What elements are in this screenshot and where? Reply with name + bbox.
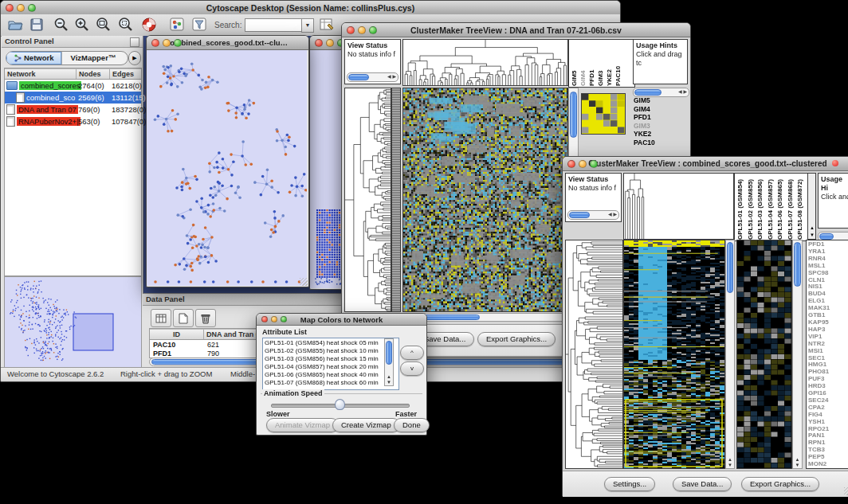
row-dendrogram[interactable] (344, 88, 391, 312)
gene-label[interactable]: GIM5 (634, 96, 686, 105)
move-up-button[interactable]: ^ (400, 346, 424, 360)
gene-label[interactable]: PAC10 (634, 139, 686, 147)
scroll-down-icon[interactable]: ▼ (385, 380, 393, 385)
close-icon[interactable] (567, 160, 575, 168)
zoom-vscrollbar[interactable]: ▲ ▼ (792, 240, 803, 469)
help-icon[interactable] (141, 17, 157, 36)
column-label[interactable]: GPL51-04 (GSM857) (766, 174, 776, 240)
minimize-icon[interactable] (163, 39, 171, 47)
birdseye-view[interactable] (4, 276, 142, 368)
attribute-list-scrollbar[interactable]: ▲ ▼ (384, 338, 394, 386)
zoom-icon[interactable] (28, 4, 36, 12)
float-panel-icon[interactable] (130, 37, 139, 47)
vizmapper-icon[interactable] (170, 18, 185, 35)
network-row[interactable]: combined_scores 2764(0) 16218(0) (5, 80, 141, 92)
view-status-scrollbar[interactable]: ◀ ▶ (347, 72, 398, 82)
column-label[interactable]: PFD1 (588, 41, 596, 86)
move-down-button[interactable]: v (400, 361, 424, 376)
scroll-down-icon[interactable]: ▼ (810, 232, 815, 237)
column-label[interactable]: YKE2 (606, 41, 614, 86)
gene-label[interactable]: MON2 (808, 461, 848, 468)
attribute-item[interactable]: GPL51-01 (GSM854) heat shock 05 min (265, 339, 397, 347)
col-edges[interactable]: Edges (110, 69, 141, 79)
column-dendrogram[interactable] (623, 173, 734, 240)
done-button[interactable]: Done (394, 418, 430, 432)
column-label[interactable]: GPL51-08 (GSM872) (795, 174, 806, 240)
attribute-item[interactable]: GPL51-07 (GSM868) heat shock 60 min (265, 379, 397, 387)
gene-label[interactable]: GIM4 (634, 105, 686, 114)
column-label[interactable]: PAC10 (614, 41, 622, 86)
zoom-heatmap[interactable] (736, 240, 792, 469)
minimize-icon[interactable] (358, 26, 366, 34)
save-icon[interactable] (29, 18, 44, 35)
network-canvas[interactable] (147, 50, 307, 286)
column-label[interactable]: GPL51-03 (GSM856) (756, 174, 766, 240)
attribute-item[interactable]: GPL51-03 (GSM856) heat shock 15 min (265, 355, 397, 363)
network-row[interactable]: DNA and Tran 07 769(0) 183728(0) (5, 104, 141, 115)
heatmap-canvas[interactable] (623, 240, 725, 469)
scroll-down-icon[interactable]: ▼ (726, 463, 734, 467)
row-labels-strip[interactable] (391, 88, 401, 312)
new-attribute-icon[interactable] (173, 309, 194, 327)
minimize-icon[interactable] (326, 39, 334, 47)
scrollbar-thumb[interactable] (569, 212, 590, 218)
scroll-up-icon[interactable]: ▲ (726, 457, 734, 462)
column-scroll-arrows[interactable]: ▲ ▼ (807, 173, 816, 240)
col-network[interactable]: Network (5, 69, 77, 79)
network-row-selected[interactable]: combined_sco 2569(6) 13112(15) (5, 92, 141, 104)
scroll-down-icon[interactable]: ▼ (793, 463, 802, 467)
zoom-icon[interactable] (590, 160, 598, 168)
tab-network[interactable]: Network (6, 52, 61, 64)
delete-attribute-icon[interactable] (195, 309, 216, 327)
network-row[interactable]: RNAPuberNov2+| 563(0) 107847(0) (5, 115, 141, 127)
resize-grip[interactable] (844, 487, 848, 495)
scrollbar-thumb[interactable] (422, 315, 480, 320)
heatmap-hscrollbar[interactable] (402, 313, 568, 322)
save-data-button[interactable]: Save Data... (673, 477, 732, 491)
minimize-icon[interactable] (579, 160, 587, 168)
title-bar[interactable]: ClusterMaker TreeView : combined_scores_… (563, 157, 848, 171)
scrollbar-thumb[interactable] (794, 242, 801, 287)
attribute-item[interactable]: GPL51-02 (GSM855) heat shock 10 min (265, 347, 397, 355)
zoom-icon[interactable] (174, 39, 182, 47)
zoom-out-icon[interactable] (53, 17, 69, 36)
gene-label[interactable]: YKE2 (634, 130, 686, 139)
zoom-icon[interactable] (369, 26, 377, 34)
filter-icon[interactable] (192, 18, 207, 35)
column-label[interactable]: GPL51-07 (GSM868) (786, 174, 796, 240)
attribute-item[interactable]: GPL51-06 (GSM865) heat shock 40 min (265, 371, 397, 379)
tab-vizmapper[interactable]: VizMapper™ (61, 52, 124, 64)
gene-label[interactable]: PFD1 (634, 113, 686, 122)
view-status-scrollbar[interactable]: ◀ ▶ (567, 210, 619, 220)
column-label[interactable]: GPL51-01 (GSM854) (736, 174, 746, 240)
zoom-selected-icon[interactable] (95, 17, 112, 36)
col-id[interactable]: ID (150, 330, 204, 339)
zoom-heatmap[interactable] (581, 93, 626, 135)
main-title-bar[interactable]: Cytoscape Desktop (Session Name: collins… (1, 1, 620, 15)
speed-slider-thumb[interactable] (335, 399, 345, 410)
resize-grip[interactable] (300, 278, 308, 286)
title-bar[interactable]: combined_scores_good.txt--cluste... (147, 36, 308, 50)
close-icon[interactable] (832, 160, 838, 166)
scrollbar-thumb[interactable] (348, 74, 369, 80)
scrollbar-thumb[interactable] (819, 233, 834, 240)
scrollbar-thumb[interactable] (727, 242, 733, 293)
close-icon[interactable] (347, 26, 355, 34)
scroll-arrows-icon[interactable]: ◀ ▶ (678, 88, 687, 96)
export-graphics-button[interactable]: Export Graphics... (477, 332, 556, 346)
scrollbar-thumb[interactable] (634, 89, 662, 96)
close-icon[interactable] (315, 39, 323, 47)
scroll-up-icon[interactable]: ▲ (385, 374, 393, 379)
open-file-icon[interactable] (7, 18, 23, 35)
export-graphics-button[interactable]: Export Graphics... (741, 477, 819, 491)
close-icon[interactable] (151, 39, 159, 47)
gene-labels[interactable]: GIM5GIM4PFD1GIM3YKE2PAC10 (634, 96, 686, 147)
col-nodes[interactable]: Nodes (77, 69, 110, 79)
animate-vizmap-button[interactable]: Animate Vizmap (266, 418, 339, 432)
column-label[interactable]: GIM3 (597, 41, 605, 86)
scroll-up-icon[interactable]: ▲ (793, 457, 802, 462)
minimize-icon[interactable] (17, 4, 25, 12)
attribute-list[interactable]: GPL51-01 (GSM854) heat shock 05 minGPL51… (262, 338, 399, 390)
search-dropdown-button[interactable]: ▼ (301, 18, 314, 33)
scroll-arrows-icon[interactable]: ◀ ▶ (387, 73, 396, 80)
